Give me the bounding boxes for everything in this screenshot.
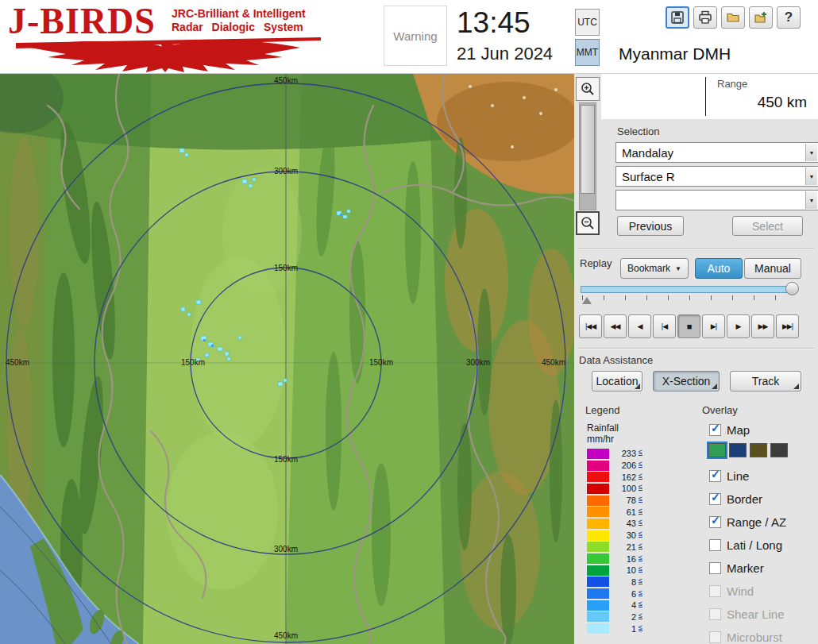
check-icon: ✓ bbox=[711, 514, 720, 526]
legend-color-swatch bbox=[587, 484, 609, 494]
border-checkbox[interactable]: ✓ bbox=[709, 493, 721, 505]
save-icon bbox=[670, 10, 685, 25]
lati-long-checkbox[interactable] bbox=[709, 539, 721, 551]
mmt-button[interactable]: MMT bbox=[575, 39, 600, 66]
map-style-swatch-4[interactable] bbox=[770, 443, 788, 457]
save-button[interactable] bbox=[666, 6, 689, 29]
legend-threshold-link[interactable]: ≤ bbox=[639, 518, 642, 526]
legend-threshold-link[interactable]: ≤ bbox=[639, 495, 642, 503]
legend-row: 1≤ bbox=[587, 623, 642, 634]
legend-color-swatch bbox=[587, 530, 609, 541]
help-icon: ? bbox=[785, 10, 793, 25]
help-button[interactable]: ? bbox=[777, 6, 801, 29]
zoom-out-button[interactable] bbox=[576, 211, 600, 235]
legend-color-swatch bbox=[587, 472, 609, 482]
range-az-checkbox[interactable]: ✓ bbox=[709, 516, 721, 528]
print-button[interactable] bbox=[693, 6, 717, 29]
previous-button[interactable]: Previous bbox=[617, 216, 684, 236]
zoom-in-button[interactable] bbox=[576, 77, 600, 101]
skip-end-button[interactable]: ▶▶| bbox=[776, 314, 799, 338]
legend-value: 10 bbox=[611, 565, 636, 575]
folder-plus-icon bbox=[754, 10, 768, 25]
overlay-item-microburst: Microburst bbox=[709, 628, 782, 644]
legend-threshold-link[interactable]: ≤ bbox=[639, 507, 642, 515]
chevron-down-icon[interactable]: ▼ bbox=[805, 191, 817, 209]
open-folder-button[interactable] bbox=[721, 6, 745, 29]
location-button[interactable]: Location bbox=[592, 371, 642, 391]
site-combo[interactable]: Mandalay ▼ bbox=[615, 142, 818, 163]
legend-row: 4≤ bbox=[587, 600, 642, 611]
legend-threshold-link[interactable]: ≤ bbox=[639, 448, 642, 456]
legend-threshold-link[interactable]: ≤ bbox=[639, 565, 642, 573]
legend-threshold-link[interactable]: ≤ bbox=[639, 472, 642, 480]
chevron-down-icon[interactable]: ▼ bbox=[805, 144, 817, 161]
map-checkbox[interactable]: ✓ bbox=[709, 424, 721, 436]
legend-value: 1 bbox=[611, 624, 636, 634]
overlay-item-label: Border bbox=[727, 492, 762, 506]
fast-rewind-button[interactable]: ◀◀ bbox=[604, 314, 627, 338]
utc-button[interactable]: UTC bbox=[575, 9, 600, 36]
legend-value: 206 bbox=[611, 461, 636, 470]
legend-label: Legend bbox=[585, 404, 619, 416]
shear-line-checkbox[interactable] bbox=[709, 608, 721, 620]
legend-color-swatch bbox=[587, 461, 609, 471]
marker-checkbox[interactable] bbox=[709, 562, 721, 574]
overlay-item-label: Map bbox=[727, 423, 750, 437]
legend-threshold-link[interactable]: ≤ bbox=[639, 542, 642, 550]
overlay-item-label: Microburst bbox=[727, 631, 782, 644]
manual-button[interactable]: Manual bbox=[744, 258, 801, 279]
legend-threshold-link[interactable]: ≤ bbox=[639, 600, 642, 607]
check-icon: ✓ bbox=[711, 468, 720, 480]
timeline-slider-thumb[interactable] bbox=[785, 282, 799, 295]
chevron-down-icon[interactable]: ▼ bbox=[805, 168, 817, 185]
stop-button[interactable]: ■ bbox=[677, 314, 700, 338]
legend-threshold-link[interactable]: ≤ bbox=[639, 553, 642, 561]
map-style-swatch-3[interactable] bbox=[750, 443, 767, 457]
bookmark-button[interactable]: Bookmark ▼ bbox=[620, 258, 689, 279]
select-button[interactable]: Select bbox=[732, 216, 803, 236]
overlay-item-label: Shear Line bbox=[727, 607, 785, 621]
map-style-swatch-1[interactable] bbox=[708, 443, 726, 457]
radar-map-view[interactable]: 450km 300km 150km 150km 300km 450km 450k… bbox=[0, 74, 574, 644]
legend-threshold-link[interactable]: ≤ bbox=[639, 577, 642, 584]
microburst-checkbox[interactable] bbox=[709, 631, 721, 643]
zoom-slider-thumb[interactable] bbox=[581, 105, 595, 194]
product-combo[interactable]: Surface R ▼ bbox=[615, 166, 818, 187]
legend-value: 162 bbox=[611, 472, 636, 482]
legend-threshold-link[interactable]: ≤ bbox=[639, 588, 642, 596]
play-reverse-button[interactable]: ◀ bbox=[628, 314, 651, 338]
legend-row: 21≤ bbox=[587, 542, 642, 553]
selection-label: Selection bbox=[617, 125, 659, 137]
legend-color-swatch bbox=[587, 496, 609, 506]
bookmark-button-label: Bookmark bbox=[627, 263, 670, 274]
line-checkbox[interactable]: ✓ bbox=[709, 470, 721, 482]
track-button[interactable]: Track bbox=[730, 371, 801, 391]
clock-time: 13:45 bbox=[457, 6, 531, 40]
skip-start-button[interactable]: |◀◀ bbox=[579, 314, 602, 338]
step-back-button[interactable]: |◀ bbox=[653, 314, 676, 338]
import-button[interactable] bbox=[749, 6, 773, 29]
legend-threshold-link[interactable]: ≤ bbox=[639, 530, 642, 538]
timeline-slider[interactable] bbox=[581, 286, 797, 293]
zoom-slider[interactable] bbox=[579, 102, 596, 210]
legend-threshold-link[interactable]: ≤ bbox=[639, 483, 642, 491]
play-button[interactable]: ▶ bbox=[727, 314, 750, 338]
map-style-swatch-2[interactable] bbox=[729, 443, 747, 457]
step-forward-button[interactable]: ▶| bbox=[702, 314, 725, 338]
legend-threshold-link[interactable]: ≤ bbox=[639, 623, 642, 631]
xsection-button[interactable]: X-Section bbox=[653, 371, 720, 391]
fast-forward-button[interactable]: ▶▶ bbox=[751, 314, 774, 338]
chevron-down-icon: ▼ bbox=[675, 265, 681, 272]
range-ring-label: 450km bbox=[274, 631, 298, 640]
legend-threshold-link[interactable]: ≤ bbox=[639, 611, 642, 619]
extra-combo[interactable]: ▼ bbox=[615, 190, 818, 210]
overlay-item-label: Lati / Long bbox=[727, 538, 782, 552]
map-style-swatches bbox=[708, 443, 788, 457]
warning-indicator[interactable]: Warning bbox=[384, 6, 447, 66]
legend-threshold-link[interactable]: ≤ bbox=[639, 460, 642, 468]
auto-button[interactable]: Auto bbox=[695, 258, 743, 279]
legend-row: 206≤ bbox=[587, 460, 642, 472]
legend-value: 4 bbox=[611, 600, 636, 610]
overlay-item-lati-long: Lati / Long bbox=[709, 536, 782, 553]
wind-checkbox[interactable] bbox=[709, 585, 721, 597]
